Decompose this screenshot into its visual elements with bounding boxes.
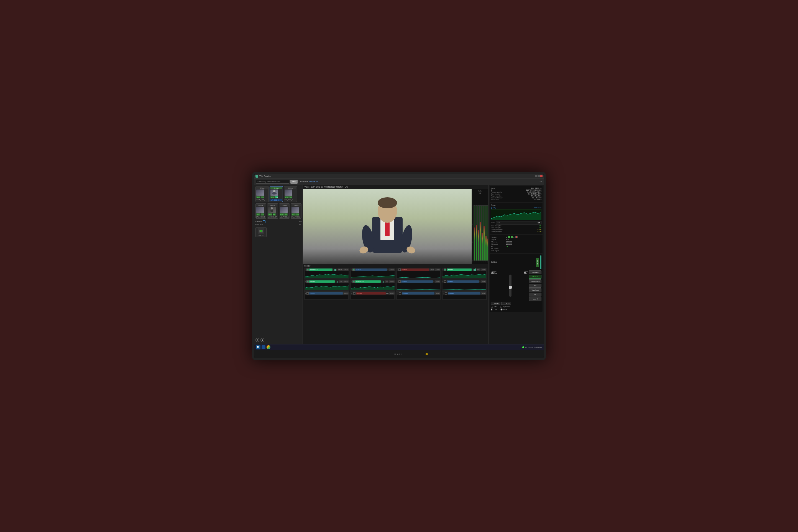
peer-card-alice[interactable]: Offline MSG IFB ALICE_LIVE_ [255, 186, 269, 202]
info-ev-val: 3.2.1.1build0 [532, 197, 542, 199]
info-cv-val: 6.5.0.1531build73 [528, 193, 542, 195]
ch12-checkbox[interactable] [445, 292, 447, 294]
ch7-checkbox[interactable] [398, 280, 401, 283]
peer-name-lav07: LAV_OCC_07 [268, 216, 277, 218]
peer-card-lav05[interactable]: Offline MSG IFB LAV_OCC_05 [255, 203, 266, 218]
ch-4: 4 [479, 261, 479, 263]
slider-thumb[interactable] [509, 286, 512, 289]
line-quality-bk-row: Line Quality(Bk) 63 % [491, 229, 542, 230]
dynamic-radio[interactable] [500, 306, 502, 308]
left-sidebar: Offline MSG IFB ALICE_LIVE_ [254, 185, 303, 344]
meter-2 [475, 205, 477, 261]
ch8-reset[interactable]: Reset [481, 280, 486, 283]
meter-fill-3 [478, 230, 479, 261]
bitrate-input-1[interactable] [491, 302, 500, 305]
ch5-checkbox[interactable] [306, 280, 309, 283]
btn-fastmoving[interactable]: FastMoving [529, 279, 542, 283]
badge-msg-alice: MSG [256, 196, 261, 198]
peer-name-alice: ALICE_LIVE_ [256, 199, 268, 201]
ch8-checkbox[interactable] [444, 280, 446, 283]
ch9-reset[interactable]: Reset [343, 292, 348, 294]
peer-status-lavparis: Offline [280, 204, 289, 206]
taskbar-chrome[interactable] [267, 345, 270, 349]
record-area[interactable]: Record [536, 255, 542, 269]
ch12-num: 12. [442, 292, 444, 294]
meter-fill-6 [483, 226, 484, 261]
btn-user2[interactable]: User 2 [529, 297, 542, 301]
ch7-reset[interactable]: Reset [435, 280, 440, 283]
btn-normal[interactable]: Normal [529, 275, 542, 279]
ch11-reset[interactable]: Reset [435, 292, 440, 294]
taskbar-explorer[interactable] [262, 345, 265, 349]
peer-badges-lavprod: MSG IFB [291, 213, 301, 215]
ch10-checkbox[interactable] [353, 292, 356, 294]
ch11-num: 11. [397, 292, 399, 294]
window-controls[interactable] [535, 175, 543, 177]
ch1-reset[interactable]: Reset [343, 268, 348, 271]
btn-interview[interactable]: Interview [529, 270, 542, 274]
monitor-channel-7: 7. <Name> Reset [396, 280, 441, 291]
btn-user1[interactable]: User 1 [529, 292, 542, 297]
badge-msg-lav03: MSG [285, 196, 289, 198]
ch3-checkbox[interactable] [398, 268, 401, 271]
delay-control: Delay 50s [524, 270, 528, 301]
ch1-name: vodafone ES [309, 268, 332, 271]
close-button[interactable] [540, 175, 543, 177]
sig-bar-2 [335, 269, 335, 271]
ch10-reset[interactable]: Reset [389, 292, 394, 294]
peer-card-lav01[interactable]: Online [270, 186, 283, 202]
ch3-reset[interactable]: Reset [435, 268, 440, 271]
maximize-button[interactable] [537, 175, 540, 177]
peer-row-1: Offline MSG IFB ALICE_LIVE_ [255, 186, 302, 202]
ch6-checkbox[interactable] [353, 280, 355, 283]
btn-sd[interactable]: SD [529, 284, 542, 288]
ch5-reset[interactable]: Reset [343, 280, 348, 283]
ch2-checkbox[interactable] [353, 268, 355, 271]
ch8-num: 8. [442, 281, 443, 282]
cbr-radio[interactable] [491, 308, 493, 310]
peer-card-lavparis[interactable]: Offline MSG IFB LAV_PARIS_1 [279, 203, 290, 218]
ch4-graph [442, 271, 486, 278]
ch2-reset[interactable]: Reset [389, 268, 394, 271]
ch12-reset[interactable]: Reset [481, 292, 486, 294]
bitrate-input-2[interactable] [501, 302, 511, 305]
ch6-reset[interactable]: Reset [389, 280, 394, 283]
r-format-key: R Format [491, 243, 506, 245]
scale-select[interactable]: Auto [496, 221, 542, 225]
search-input[interactable] [256, 180, 289, 184]
ch4-reset[interactable]: Reset [481, 268, 486, 271]
gear-icon[interactable]: ⚙ [255, 338, 259, 342]
vbr-radio[interactable] [491, 306, 493, 308]
btn-tapefeed[interactable]: TapeFeed [529, 288, 542, 292]
info-icon[interactable]: ℹ [261, 338, 264, 342]
sig-bar-ch4-4 [475, 268, 476, 271]
channel-3-header: 3. <Name> UMTS Reset [397, 268, 440, 271]
info-id-val: 010707F993D5D682 [526, 189, 542, 191]
peer-card-lavprod[interactable]: Offline MSG IFB LAV_PROD_2 [291, 203, 302, 218]
stop-button[interactable]: Stop [290, 180, 298, 184]
peer-card-lav03[interactable]: Offline MSG IFB LAV_OCC_03 [284, 186, 297, 202]
start-button[interactable] [256, 345, 261, 349]
locate-all-link[interactable]: Locate all [309, 180, 318, 183]
ch11-checkbox[interactable] [399, 292, 401, 294]
badge-msg-lavparis: MSG [280, 213, 284, 215]
peer-thumb-alice [256, 190, 264, 196]
voip-signal-key: VoIP Signal [491, 250, 506, 252]
badge-ifb-lavprod: IFB [296, 213, 299, 215]
monitor-channel-2: 2. <Name> Reset [350, 268, 395, 279]
peer-name-lav01: LAV_OCC_01 [270, 199, 282, 201]
info-pv-key: Product Version [491, 191, 502, 193]
vertical-slider[interactable] [509, 274, 512, 297]
ch1-checkbox[interactable] [306, 268, 309, 271]
external-add-button[interactable]: + [263, 220, 265, 223]
peer-card-lav07[interactable]: Offline MSG [267, 203, 278, 218]
channel-7-header: 7. <Name> Reset [397, 280, 440, 283]
minimize-button[interactable] [535, 175, 537, 177]
svg-marker-24 [397, 289, 440, 290]
power-led[interactable] [425, 353, 428, 355]
main-content: Stop TVUPack Locate all 1/1 Offline [254, 178, 544, 344]
record-button[interactable]: Record [536, 258, 539, 267]
ch9-checkbox[interactable] [306, 292, 309, 294]
fixed-radio[interactable] [500, 308, 502, 310]
ch4-checkbox[interactable] [444, 268, 446, 271]
